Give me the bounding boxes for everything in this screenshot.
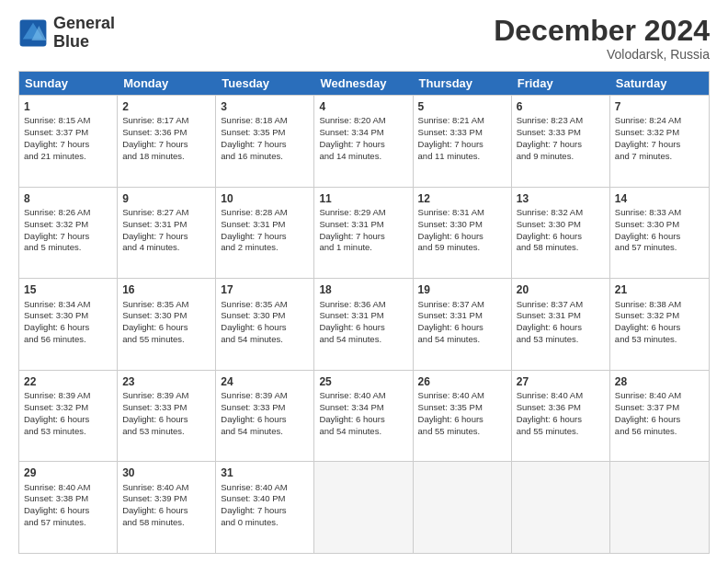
cell-line-3: and 53 minutes. bbox=[24, 426, 112, 438]
cell-line-3: and 55 minutes. bbox=[517, 426, 605, 438]
page: General Blue December 2024 Volodarsk, Ru… bbox=[0, 0, 728, 563]
cell-line-2: Daylight: 7 hours bbox=[24, 231, 112, 243]
cell-line-3: and 56 minutes. bbox=[615, 426, 704, 438]
day-number: 4 bbox=[319, 99, 407, 114]
day-number: 28 bbox=[615, 374, 704, 389]
calendar-cell-20: 20Sunrise: 8:37 AMSunset: 3:31 PMDayligh… bbox=[512, 279, 610, 370]
cell-line-0: Sunrise: 8:40 AM bbox=[319, 390, 407, 402]
cell-line-0: Sunrise: 8:26 AM bbox=[24, 207, 112, 219]
cell-line-0: Sunrise: 8:40 AM bbox=[418, 390, 506, 402]
cell-line-1: Sunset: 3:31 PM bbox=[122, 219, 210, 231]
calendar-cell-26: 26Sunrise: 8:40 AMSunset: 3:35 PMDayligh… bbox=[414, 371, 512, 462]
cell-line-1: Sunset: 3:33 PM bbox=[418, 127, 506, 139]
cell-line-1: Sunset: 3:30 PM bbox=[221, 310, 309, 322]
calendar-cell-empty bbox=[610, 462, 709, 553]
cell-line-2: Daylight: 6 hours bbox=[24, 505, 112, 517]
day-number: 2 bbox=[122, 99, 210, 114]
day-number: 10 bbox=[221, 191, 309, 206]
cell-line-3: and 58 minutes. bbox=[122, 517, 210, 529]
cell-line-0: Sunrise: 8:17 AM bbox=[122, 115, 210, 127]
cell-line-1: Sunset: 3:33 PM bbox=[517, 127, 605, 139]
calendar-cell-12: 12Sunrise: 8:31 AMSunset: 3:30 PMDayligh… bbox=[414, 188, 512, 279]
cell-line-1: Sunset: 3:33 PM bbox=[221, 402, 309, 414]
day-number: 29 bbox=[24, 465, 112, 480]
cell-line-1: Sunset: 3:30 PM bbox=[517, 219, 605, 231]
day-number: 13 bbox=[517, 191, 605, 206]
cell-line-0: Sunrise: 8:37 AM bbox=[418, 299, 506, 311]
calendar-cell-13: 13Sunrise: 8:32 AMSunset: 3:30 PMDayligh… bbox=[512, 188, 610, 279]
day-number: 8 bbox=[24, 191, 112, 206]
calendar-cell-3: 3Sunrise: 8:18 AMSunset: 3:35 PMDaylight… bbox=[216, 96, 314, 187]
cell-line-2: Daylight: 6 hours bbox=[319, 414, 407, 426]
calendar-cell-7: 7Sunrise: 8:24 AMSunset: 3:32 PMDaylight… bbox=[610, 96, 709, 187]
cell-line-1: Sunset: 3:40 PM bbox=[221, 493, 309, 505]
cell-line-1: Sunset: 3:33 PM bbox=[122, 402, 210, 414]
cell-line-3: and 2 minutes. bbox=[221, 242, 309, 254]
cell-line-3: and 54 minutes. bbox=[319, 334, 407, 346]
cell-line-0: Sunrise: 8:23 AM bbox=[517, 115, 605, 127]
cell-line-3: and 5 minutes. bbox=[24, 242, 112, 254]
cell-line-2: Daylight: 6 hours bbox=[418, 322, 506, 334]
day-number: 19 bbox=[418, 282, 506, 297]
cell-line-3: and 53 minutes. bbox=[517, 334, 605, 346]
cell-line-0: Sunrise: 8:39 AM bbox=[24, 390, 112, 402]
cell-line-2: Daylight: 7 hours bbox=[122, 139, 210, 151]
location-subtitle: Volodarsk, Russia bbox=[494, 47, 710, 62]
calendar-cell-22: 22Sunrise: 8:39 AMSunset: 3:32 PMDayligh… bbox=[19, 371, 118, 462]
cell-line-2: Daylight: 7 hours bbox=[418, 139, 506, 151]
calendar-row-2: 8Sunrise: 8:26 AMSunset: 3:32 PMDaylight… bbox=[19, 187, 709, 279]
cell-line-2: Daylight: 6 hours bbox=[517, 322, 605, 334]
cell-line-2: Daylight: 6 hours bbox=[615, 231, 704, 243]
cell-line-1: Sunset: 3:36 PM bbox=[517, 402, 605, 414]
header-day-monday: Monday bbox=[118, 72, 216, 95]
calendar-cell-19: 19Sunrise: 8:37 AMSunset: 3:31 PMDayligh… bbox=[414, 279, 512, 370]
cell-line-1: Sunset: 3:31 PM bbox=[221, 219, 309, 231]
cell-line-1: Sunset: 3:37 PM bbox=[24, 127, 112, 139]
cell-line-0: Sunrise: 8:39 AM bbox=[122, 390, 210, 402]
cell-line-1: Sunset: 3:32 PM bbox=[24, 219, 112, 231]
cell-line-2: Daylight: 7 hours bbox=[319, 139, 407, 151]
cell-line-0: Sunrise: 8:40 AM bbox=[517, 390, 605, 402]
cell-line-3: and 57 minutes. bbox=[24, 517, 112, 529]
cell-line-1: Sunset: 3:32 PM bbox=[615, 127, 704, 139]
cell-line-2: Daylight: 7 hours bbox=[221, 505, 309, 517]
cell-line-1: Sunset: 3:35 PM bbox=[221, 127, 309, 139]
day-number: 6 bbox=[517, 99, 605, 114]
cell-line-3: and 59 minutes. bbox=[418, 242, 506, 254]
cell-line-1: Sunset: 3:31 PM bbox=[319, 219, 407, 231]
cell-line-0: Sunrise: 8:28 AM bbox=[221, 207, 309, 219]
month-title: December 2024 bbox=[494, 15, 710, 47]
cell-line-0: Sunrise: 8:33 AM bbox=[615, 207, 704, 219]
day-number: 14 bbox=[615, 191, 704, 206]
calendar-header: SundayMondayTuesdayWednesdayThursdayFrid… bbox=[19, 72, 709, 95]
cell-line-0: Sunrise: 8:21 AM bbox=[418, 115, 506, 127]
day-number: 25 bbox=[319, 374, 407, 389]
day-number: 3 bbox=[221, 99, 309, 114]
cell-line-1: Sunset: 3:32 PM bbox=[24, 402, 112, 414]
cell-line-2: Daylight: 6 hours bbox=[122, 505, 210, 517]
cell-line-0: Sunrise: 8:18 AM bbox=[221, 115, 309, 127]
cell-line-2: Daylight: 6 hours bbox=[517, 414, 605, 426]
cell-line-3: and 58 minutes. bbox=[517, 242, 605, 254]
cell-line-3: and 16 minutes. bbox=[221, 151, 309, 163]
cell-line-1: Sunset: 3:37 PM bbox=[615, 402, 704, 414]
cell-line-3: and 18 minutes. bbox=[122, 151, 210, 163]
day-number: 26 bbox=[418, 374, 506, 389]
cell-line-2: Daylight: 7 hours bbox=[122, 231, 210, 243]
logo-line1: General bbox=[53, 15, 115, 33]
cell-line-2: Daylight: 6 hours bbox=[418, 414, 506, 426]
cell-line-0: Sunrise: 8:40 AM bbox=[615, 390, 704, 402]
calendar-cell-23: 23Sunrise: 8:39 AMSunset: 3:33 PMDayligh… bbox=[118, 371, 216, 462]
calendar-row-5: 29Sunrise: 8:40 AMSunset: 3:38 PMDayligh… bbox=[19, 461, 709, 553]
calendar: SundayMondayTuesdayWednesdayThursdayFrid… bbox=[18, 71, 710, 554]
calendar-cell-1: 1Sunrise: 8:15 AMSunset: 3:37 PMDaylight… bbox=[19, 96, 118, 187]
cell-line-2: Daylight: 6 hours bbox=[24, 322, 112, 334]
day-number: 23 bbox=[122, 374, 210, 389]
day-number: 27 bbox=[517, 374, 605, 389]
cell-line-3: and 54 minutes. bbox=[221, 426, 309, 438]
cell-line-0: Sunrise: 8:24 AM bbox=[615, 115, 704, 127]
cell-line-3: and 11 minutes. bbox=[418, 151, 506, 163]
cell-line-2: Daylight: 7 hours bbox=[517, 139, 605, 151]
cell-line-2: Daylight: 6 hours bbox=[319, 322, 407, 334]
header-day-tuesday: Tuesday bbox=[216, 72, 314, 95]
